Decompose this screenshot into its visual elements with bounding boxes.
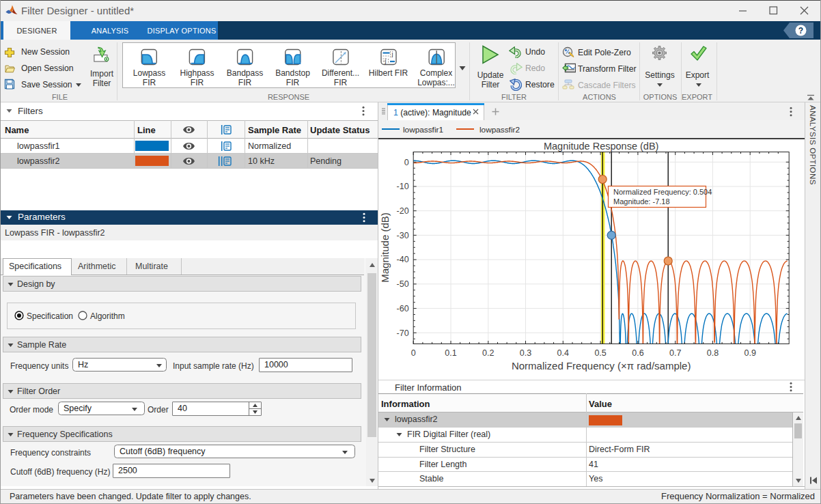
- svg-text:Normalized Frequency: 0.504: Normalized Frequency: 0.504: [613, 188, 712, 196]
- svg-text:Magnitude Response (dB): Magnitude Response (dB): [544, 141, 658, 152]
- svg-text:-j: -j: [383, 57, 387, 64]
- svg-text:0.8: 0.8: [707, 348, 719, 358]
- svg-text:Magnitude (dB): Magnitude (dB): [379, 212, 391, 283]
- svg-text:-20: -20: [397, 206, 409, 216]
- svg-text:-40: -40: [397, 255, 409, 264]
- svg-text:0.5: 0.5: [594, 348, 606, 358]
- svg-text:-10: -10: [397, 182, 409, 191]
- svg-text:?: ?: [798, 26, 803, 36]
- svg-text:0: 0: [411, 348, 416, 358]
- svg-text:-30: -30: [397, 231, 409, 240]
- svg-text:0.4: 0.4: [557, 348, 569, 358]
- svg-text:-50: -50: [397, 279, 409, 289]
- svg-text:-70: -70: [397, 328, 409, 338]
- svg-text:j: j: [391, 51, 393, 57]
- svg-text:0.6: 0.6: [632, 348, 643, 358]
- svg-text:0.9: 0.9: [745, 348, 756, 358]
- svg-text:Magnitude: -7.18: Magnitude: -7.18: [613, 197, 670, 206]
- svg-text:0.1: 0.1: [445, 348, 456, 358]
- svg-text:Normalized Frequency (×π rad/s: Normalized Frequency (×π rad/sample): [512, 360, 691, 372]
- svg-text:0: 0: [404, 158, 409, 167]
- svg-text:0.3: 0.3: [520, 348, 531, 358]
- svg-text:-60: -60: [397, 304, 409, 313]
- svg-text:0.2: 0.2: [482, 348, 494, 358]
- svg-text:0.7: 0.7: [669, 348, 681, 358]
